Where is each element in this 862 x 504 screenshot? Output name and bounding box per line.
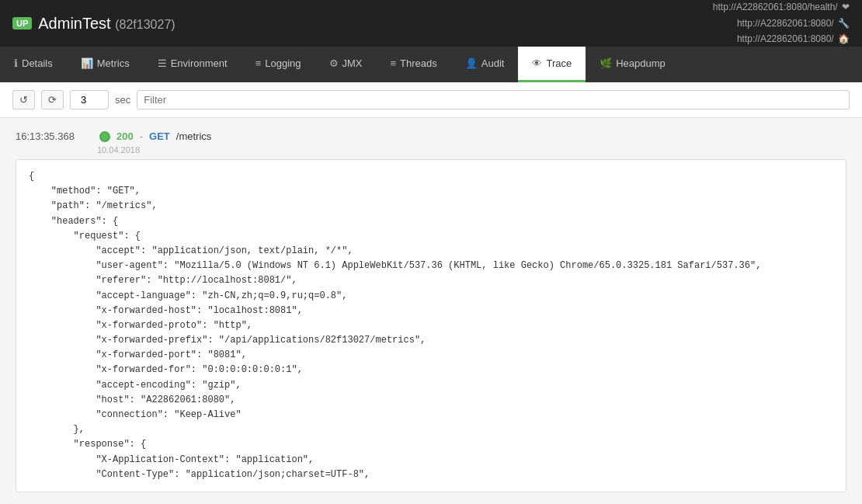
- metrics-icon: 📊: [81, 57, 93, 69]
- trace-entry: 16:13:35.368 200 - GET /metrics 10.04.20…: [16, 130, 846, 492]
- status-badge: UP: [12, 17, 32, 30]
- trace-method: GET: [149, 130, 170, 142]
- trace-body[interactable]: { "method": "GET", "path": "/metrics", "…: [16, 159, 846, 492]
- tab-audit-label: Audit: [481, 57, 505, 69]
- trace-icon: 👁: [532, 57, 542, 69]
- tab-details-label: Details: [22, 57, 53, 69]
- tab-jmx-label: JMX: [342, 57, 363, 69]
- toolbar: ↺ ⟳ sec: [0, 82, 862, 118]
- filter-input[interactable]: [137, 90, 850, 109]
- tab-logging-label: Logging: [265, 57, 301, 69]
- heart-icon: ❤: [842, 2, 850, 12]
- tab-logging[interactable]: ≡ Logging: [242, 47, 315, 82]
- audit-icon: 👤: [465, 57, 478, 69]
- tab-jmx[interactable]: ⚙ JMX: [315, 47, 377, 82]
- tab-threads[interactable]: ≡ Threads: [377, 47, 451, 82]
- logging-icon: ≡: [255, 57, 262, 69]
- nav-tabs: ℹ Details 📊 Metrics ☰ Environment ≡ Logg…: [0, 47, 862, 82]
- details-icon: ℹ: [14, 57, 18, 69]
- interval-input[interactable]: [70, 90, 109, 109]
- trace-date: 10.04.2018: [97, 145, 846, 155]
- tab-heapdump[interactable]: 🌿 Heapdump: [586, 47, 680, 82]
- refresh-button[interactable]: ↺: [12, 90, 35, 109]
- tab-heapdump-label: Heapdump: [616, 57, 666, 69]
- trace-time: 16:13:35.368: [16, 130, 93, 142]
- wrench-icon: 🔧: [838, 18, 850, 29]
- trace-status-code: 200: [116, 130, 134, 142]
- app-id: (82f13027): [115, 18, 175, 31]
- tab-trace-label: Trace: [546, 57, 572, 69]
- header-left: UP AdminTest (82f13027): [12, 15, 176, 33]
- environment-icon: ☰: [158, 57, 167, 69]
- header-links: http://A22862061:8080/health/ ❤ http://A…: [713, 0, 850, 47]
- tab-environment-label: Environment: [171, 57, 228, 69]
- interval-unit-label: sec: [115, 94, 130, 106]
- home-link[interactable]: http://A22862061:8080/ 🏠: [713, 31, 850, 47]
- app-title: AdminTest (82f13027): [38, 15, 175, 33]
- home-icon: 🏠: [838, 33, 850, 44]
- tab-threads-label: Threads: [400, 57, 437, 69]
- app-header: UP AdminTest (82f13027) http://A22862061…: [0, 0, 862, 47]
- trace-path: /metrics: [176, 130, 212, 142]
- tab-metrics-label: Metrics: [97, 57, 130, 69]
- tab-details[interactable]: ℹ Details: [0, 47, 67, 82]
- app-name: AdminTest: [38, 15, 110, 32]
- jmx-icon: ⚙: [329, 57, 339, 69]
- auto-refresh-button[interactable]: ⟳: [41, 90, 64, 109]
- tab-environment[interactable]: ☰ Environment: [144, 47, 242, 82]
- health-link[interactable]: http://A22862061:8080/health/ ❤: [713, 0, 850, 16]
- tab-metrics[interactable]: 📊 Metrics: [67, 47, 144, 82]
- trace-separator: -: [140, 130, 143, 142]
- heapdump-icon: 🌿: [600, 57, 612, 69]
- trace-status-dot: [99, 131, 110, 142]
- threads-icon: ≡: [391, 57, 397, 69]
- actuator-link[interactable]: http://A22862061:8080/ 🔧: [713, 16, 850, 31]
- tab-trace[interactable]: 👁 Trace: [518, 47, 586, 82]
- tab-audit[interactable]: 👤 Audit: [451, 47, 519, 82]
- trace-entry-header: 16:13:35.368 200 - GET /metrics: [16, 130, 846, 142]
- trace-container: 16:13:35.368 200 - GET /metrics 10.04.20…: [0, 118, 862, 504]
